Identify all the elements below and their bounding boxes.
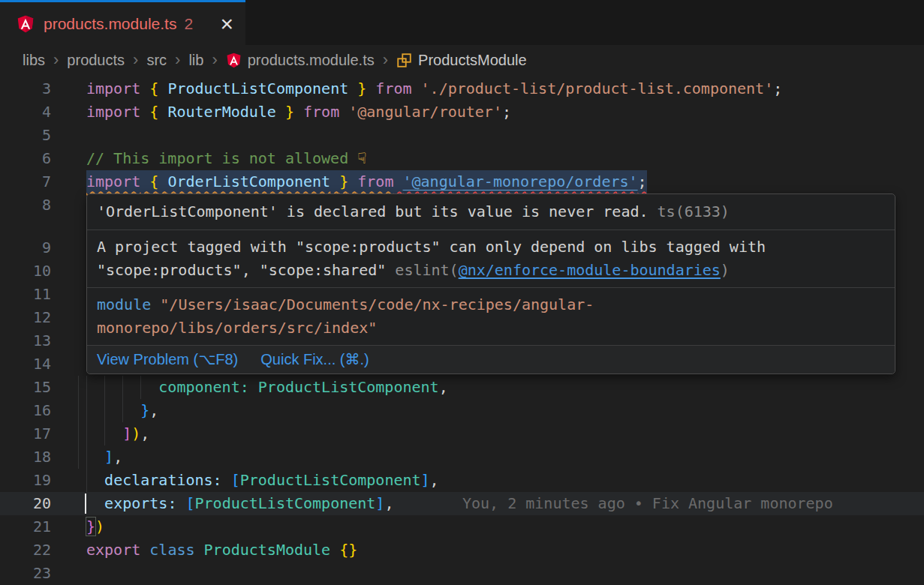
ts-error-code: ts(6133) <box>649 202 730 220</box>
close-icon[interactable]: × <box>220 13 233 35</box>
code-token: , <box>140 424 149 442</box>
code-token <box>339 103 348 121</box>
indent-guide <box>78 399 79 422</box>
module-keyword: module <box>97 296 160 314</box>
code-token: {} <box>339 541 357 559</box>
code-token: ProductListComponent <box>195 494 376 512</box>
code-token: } <box>285 103 294 121</box>
breadcrumb-item-lib[interactable]: lib <box>188 52 203 69</box>
line-number: 3 <box>0 77 51 100</box>
code-token: from <box>303 103 339 121</box>
line-number: 17 <box>0 422 51 446</box>
eslint-text-line2: "scope:products", "scope:shared" <box>97 261 395 279</box>
code-line-21[interactable]: 21}) <box>0 515 924 538</box>
code-text[interactable]: import { ProductListComponent } from './… <box>86 77 782 100</box>
code-line-15[interactable]: 15 component: ProductListComponent, <box>0 376 924 399</box>
breadcrumb-item-products[interactable]: products <box>67 52 125 69</box>
breadcrumb-item-src[interactable]: src <box>146 52 167 69</box>
code-text[interactable]: // This import is not allowed ☟ <box>86 147 366 170</box>
tab-products-module[interactable]: products.module.ts 2 × <box>0 0 245 45</box>
code-token: } <box>339 172 348 190</box>
code-token: declarations: <box>104 471 222 489</box>
code-token <box>222 471 231 489</box>
line-number: 18 <box>0 446 51 469</box>
tab-title: products.module.ts <box>44 15 176 33</box>
code-text[interactable]: }) <box>86 515 104 538</box>
view-problem-button[interactable]: View Problem (⌥F8) <box>97 348 238 371</box>
code-token: '@angular-monorepo/orders' <box>403 172 638 190</box>
line-number: 16 <box>0 399 51 422</box>
code-text[interactable]: exports: [ProductListComponent], <box>86 492 393 515</box>
module-path-line2: monorepo/libs/orders/src/index" <box>97 319 377 337</box>
class-symbol-icon <box>396 52 412 68</box>
code-token <box>86 378 158 396</box>
code-text[interactable]: import { OrderListComponent } from '@ang… <box>86 170 647 194</box>
module-path-line1: "/Users/isaac/Documents/code/nx-recipes/… <box>160 296 594 314</box>
code-token <box>330 541 339 559</box>
angular-icon <box>17 15 35 33</box>
code-token: ☟ <box>357 149 366 167</box>
breadcrumb-item-productsmodule[interactable]: ProductsModule <box>396 52 527 69</box>
line-number: 10 <box>0 260 51 283</box>
code-token <box>140 541 149 559</box>
code-line-19[interactable]: 19 declarations: [ProductListComponent], <box>0 469 924 492</box>
code-token <box>348 172 357 190</box>
code-line-18[interactable]: 18 ], <box>0 446 924 469</box>
diagnostic-hover-popup: 'OrderListComponent' is declared but its… <box>86 194 895 374</box>
code-text[interactable]: declarations: [ProductListComponent], <box>86 469 439 492</box>
ts-error-message: 'OrderListComponent' is declared but its… <box>87 194 895 230</box>
code-token <box>412 80 421 98</box>
code-token: ProductsModule <box>204 541 331 559</box>
chevron-right-icon: › <box>133 50 138 70</box>
breadcrumb-item-products-module-ts[interactable]: products.module.ts <box>226 52 375 69</box>
code-token: import <box>86 172 140 190</box>
code-token: ) <box>95 518 104 536</box>
code-line-7[interactable]: 7import { OrderListComponent } from '@an… <box>0 170 924 194</box>
breadcrumb-label: products.module.ts <box>248 52 375 69</box>
code-token <box>86 401 140 419</box>
code-line-4[interactable]: 4import { RouterModule } from '@angular/… <box>0 100 924 124</box>
code-token: class <box>149 541 194 559</box>
line-number: 11 <box>0 283 51 306</box>
code-line-20[interactable]: 20 exports: [ProductListComponent],You, … <box>0 492 924 515</box>
breadcrumb-label: src <box>146 52 167 69</box>
code-token <box>393 172 402 190</box>
code-text[interactable]: component: ProductListComponent, <box>86 376 448 399</box>
code-line-16[interactable]: 16 }, <box>0 399 924 422</box>
breadcrumb: libs›products›src›lib›products.module.ts… <box>0 45 924 75</box>
line-number: 5 <box>0 124 51 147</box>
indent-guide <box>78 376 79 399</box>
code-text[interactable]: import { RouterModule } from '@angular/r… <box>86 100 511 124</box>
indent-guide <box>78 422 79 446</box>
code-line-6[interactable]: 6// This import is not allowed ☟ <box>0 147 924 170</box>
code-text[interactable]: export class ProductsModule {} <box>86 538 357 562</box>
line-number: 8 <box>0 194 51 217</box>
breadcrumb-item-libs[interactable]: libs <box>23 52 45 69</box>
code-token: component: <box>158 378 248 396</box>
breadcrumb-label: lib <box>188 52 203 69</box>
code-token: ] <box>104 448 113 466</box>
code-line-22[interactable]: 22export class ProductsModule {} <box>0 538 924 562</box>
eslint-prefix: eslint( <box>395 261 458 279</box>
module-path-message: module "/Users/isaac/Documents/code/nx-r… <box>87 288 895 346</box>
code-token <box>195 541 204 559</box>
code-token <box>158 103 167 121</box>
code-line-23[interactable]: 23 <box>0 562 924 585</box>
code-token: } <box>140 401 149 419</box>
line-number: 6 <box>0 147 51 170</box>
code-text[interactable]: ], <box>86 446 122 469</box>
code-line-17[interactable]: 17 ]), <box>0 422 924 446</box>
eslint-rule-link[interactable]: @nx/enforce-module-boundaries <box>459 261 721 279</box>
line-number: 4 <box>0 100 51 124</box>
code-token: ] <box>421 471 430 489</box>
code-token: RouterModule <box>167 103 276 121</box>
code-text[interactable]: }, <box>86 399 158 422</box>
code-text[interactable]: ]), <box>86 422 149 446</box>
code-line-5[interactable]: 5 <box>0 124 924 147</box>
code-line-3[interactable]: 3import { ProductListComponent } from '.… <box>0 77 924 100</box>
quick-fix-button[interactable]: Quick Fix... (⌘.) <box>260 348 369 371</box>
line-number: 7 <box>0 170 51 194</box>
breadcrumb-label: ProductsModule <box>418 52 527 69</box>
code-token: } <box>86 518 95 536</box>
line-number: 13 <box>0 329 51 352</box>
